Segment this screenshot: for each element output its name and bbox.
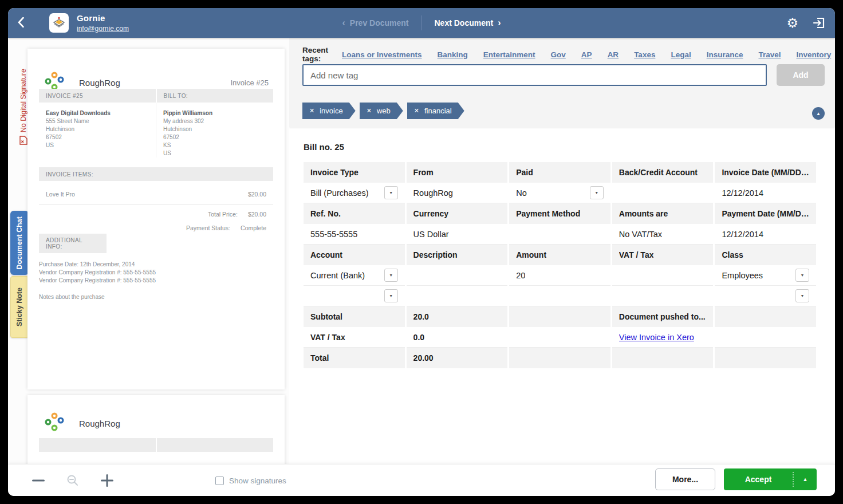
field-cell[interactable] bbox=[407, 265, 508, 286]
view-invoice-in-xero-link[interactable]: View Invoice in Xero bbox=[619, 333, 694, 342]
field-cell[interactable] bbox=[612, 265, 714, 286]
cell-text: Payment Date (MM/DD... bbox=[722, 209, 809, 218]
text-line: Purchase Date: 12th December, 2014 bbox=[39, 261, 156, 269]
zoom-in-button[interactable] bbox=[100, 473, 115, 488]
show-signatures-checkbox[interactable] bbox=[215, 477, 224, 485]
next-document-button[interactable]: Next Document › bbox=[422, 18, 514, 27]
field-cell[interactable]: Employees▼ bbox=[715, 265, 816, 286]
column-header-cell: Paid bbox=[509, 162, 610, 183]
field-cell[interactable] bbox=[509, 224, 610, 245]
recent-tag-link[interactable]: AR bbox=[608, 50, 619, 59]
add-tag-button[interactable]: Add bbox=[777, 64, 825, 86]
field-cell[interactable]: 20 bbox=[509, 265, 610, 286]
collapse-tags-button[interactable]: ▲ bbox=[812, 107, 825, 120]
field-cell[interactable]: No VAT/Tax bbox=[612, 224, 714, 245]
cell-text: No bbox=[516, 188, 527, 198]
zoom-reset-button[interactable] bbox=[65, 473, 80, 488]
recent-tag-link[interactable]: Inventory bbox=[796, 50, 831, 59]
recent-tag-link[interactable]: Entertainment bbox=[483, 50, 535, 59]
field-cell[interactable] bbox=[612, 286, 714, 306]
cell-text: Description bbox=[413, 250, 458, 259]
field-cell[interactable]: Bill (Purchases)▼ bbox=[304, 183, 405, 203]
add-tag-input[interactable] bbox=[302, 64, 767, 86]
recent-tag-link[interactable]: Banking bbox=[438, 50, 468, 59]
dropdown-button[interactable]: ▼ bbox=[590, 186, 604, 199]
remove-tag-icon[interactable]: ✕ bbox=[414, 107, 419, 115]
table-row: Total20.00 bbox=[304, 348, 816, 368]
column-header-cell: Amounts are bbox=[612, 203, 714, 224]
back-button[interactable] bbox=[8, 8, 33, 38]
sticky-note-tab[interactable]: Sticky Note bbox=[10, 276, 29, 338]
show-signatures-toggle[interactable]: Show signatures bbox=[215, 464, 286, 496]
field-cell[interactable]: 12/12/2014 bbox=[715, 224, 816, 245]
document-data-panel: Recent tags: Loans or InvestmentsBanking… bbox=[289, 38, 835, 464]
remove-tag-icon[interactable]: ✕ bbox=[309, 107, 314, 115]
recent-tag-link[interactable]: Travel bbox=[758, 50, 781, 59]
field-cell[interactable]: 12/12/2014 bbox=[715, 183, 816, 203]
cell-text: 20 bbox=[516, 271, 525, 280]
page2-header-cell bbox=[39, 438, 156, 452]
accept-button[interactable]: Accept ▲ bbox=[724, 468, 817, 490]
bottom-toolbar: Show signatures More... Accept ▲ bbox=[8, 464, 835, 496]
applied-tag-chip[interactable]: ✕invoice bbox=[302, 103, 356, 119]
field-cell[interactable]: 555-55-5555 bbox=[304, 224, 405, 245]
applied-tag-chip[interactable]: ✕financial bbox=[407, 103, 464, 119]
recent-tag-link[interactable]: Gov bbox=[551, 50, 566, 59]
vendor-name: RoughRog bbox=[79, 419, 120, 428]
chevron-down-icon: ▼ bbox=[594, 191, 598, 195]
recent-tag-link[interactable]: AP bbox=[581, 50, 592, 59]
dropdown-button[interactable]: ▼ bbox=[384, 269, 398, 282]
exit-button[interactable] bbox=[812, 16, 826, 30]
company-email-link[interactable]: info@gornie.com bbox=[77, 25, 129, 33]
cell-text: 20.0 bbox=[413, 312, 429, 321]
recent-tag-link[interactable]: Insurance bbox=[707, 50, 743, 59]
cell-text: RoughRog bbox=[413, 188, 453, 198]
recent-tag-link[interactable]: Taxes bbox=[634, 50, 655, 59]
field-cell[interactable]: ▼ bbox=[304, 286, 405, 306]
invoice-page-2[interactable]: RoughRog Easy Digital Downloads Pippin W… bbox=[27, 395, 285, 464]
column-header-cell: Account bbox=[304, 245, 405, 265]
dropdown-button[interactable]: ▼ bbox=[384, 186, 398, 199]
field-cell[interactable]: US Dollar bbox=[407, 224, 508, 245]
tag-label: invoice bbox=[320, 107, 342, 115]
exit-icon bbox=[812, 16, 826, 30]
table-row: Current (Bank)▼20Employees▼ bbox=[304, 265, 816, 286]
dropdown-button[interactable]: ▼ bbox=[795, 269, 809, 282]
text-line: 67502 bbox=[46, 133, 149, 141]
column-header-cell: Currency bbox=[407, 203, 508, 224]
accept-dropdown-caret[interactable]: ▲ bbox=[794, 477, 817, 482]
recent-tag-link[interactable]: Loans or Investments bbox=[342, 50, 422, 59]
document-chat-tab[interactable]: Document Chat bbox=[10, 211, 29, 275]
page2-vendor-name: Easy Digital Downloads bbox=[50, 457, 129, 464]
chevron-right-icon: › bbox=[498, 18, 501, 27]
dropdown-button[interactable]: ▼ bbox=[384, 289, 398, 302]
sticky-note-label: Sticky Note bbox=[15, 288, 23, 326]
field-cell[interactable] bbox=[509, 286, 610, 306]
chevron-down-icon: ▼ bbox=[389, 191, 393, 195]
field-cell[interactable] bbox=[407, 286, 508, 306]
more-button[interactable]: More... bbox=[655, 468, 715, 490]
company-logo bbox=[49, 13, 69, 33]
cell-text: VAT / Tax bbox=[619, 250, 654, 259]
field-cell[interactable]: Current (Bank)▼ bbox=[304, 265, 405, 286]
field-cell[interactable] bbox=[612, 183, 714, 203]
zoom-out-button[interactable] bbox=[31, 473, 46, 488]
field-cell[interactable]: ▼ bbox=[715, 286, 816, 306]
prev-document-button[interactable]: ‹ Prev Document bbox=[329, 18, 421, 27]
field-cell: Subtotal bbox=[304, 306, 405, 327]
cell-text: 555-55-5555 bbox=[310, 230, 357, 239]
invoice-page-1[interactable]: RoughRog Invoice #25 INVOICE #25 BILL TO… bbox=[27, 49, 285, 389]
page2-header-cell bbox=[157, 438, 274, 452]
field-cell[interactable]: No▼ bbox=[509, 183, 610, 203]
field-cell: 0.0 bbox=[407, 327, 508, 348]
column-header-cell: Description bbox=[407, 245, 508, 265]
field-cell[interactable]: RoughRog bbox=[407, 183, 508, 203]
dropdown-button[interactable]: ▼ bbox=[795, 289, 809, 302]
table-header-row: Ref. No.CurrencyPayment MethodAmounts ar… bbox=[304, 203, 816, 224]
recent-tag-link[interactable]: Legal bbox=[671, 50, 691, 59]
applied-tag-chip[interactable]: ✕web bbox=[360, 103, 403, 119]
text-line: Pippin Williamson bbox=[163, 109, 266, 117]
settings-button[interactable]: ⚙ bbox=[786, 17, 798, 30]
remove-tag-icon[interactable]: ✕ bbox=[367, 107, 372, 115]
applied-tags-list: ✕invoice✕web✕financial bbox=[302, 103, 464, 119]
